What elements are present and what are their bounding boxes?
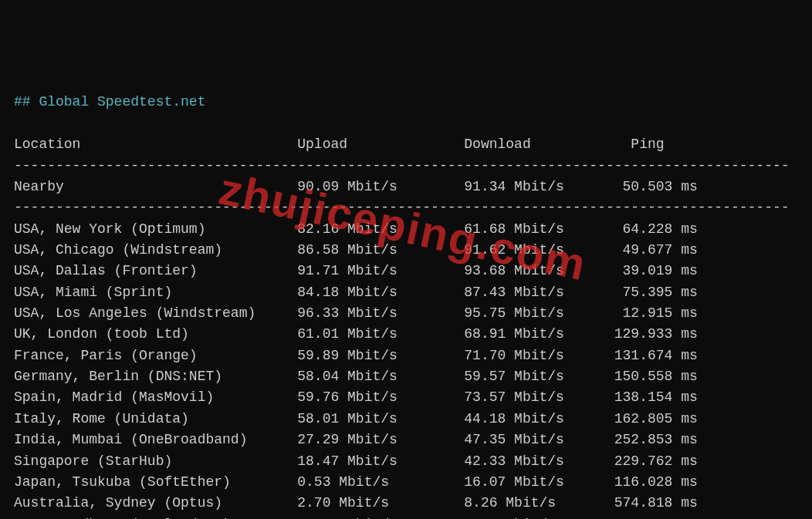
terminal-output: ## Global Speedtest.net Location Upload … — [14, 92, 798, 519]
data-rows: USA, New York (Optimum) 82.16 Mbit/s 61.… — [14, 221, 698, 519]
header-row: Location Upload Download Ping — [14, 136, 665, 152]
divider: ----------------------------------------… — [14, 200, 790, 215]
divider: ----------------------------------------… — [14, 158, 790, 174]
nearby-row: Nearby 90.09 Mbit/s 91.34 Mbit/s 50.503 … — [14, 179, 698, 194]
section-title: ## Global Speedtest.net — [14, 94, 205, 110]
